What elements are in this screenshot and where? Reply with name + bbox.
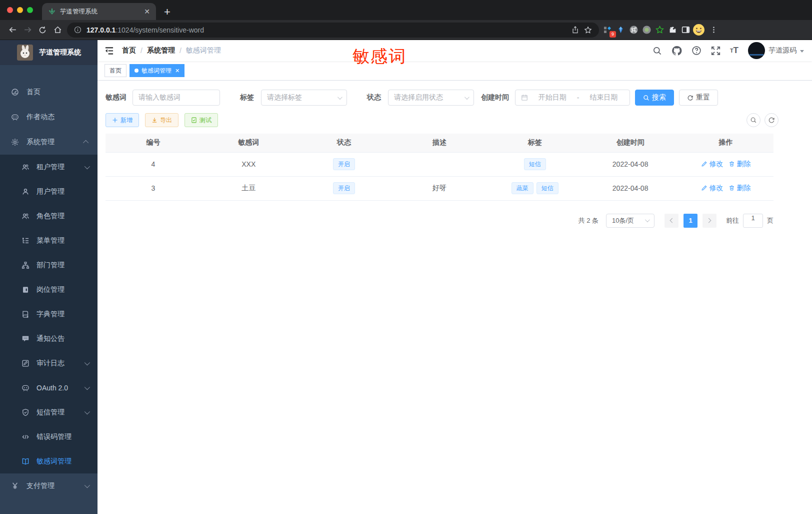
back-icon[interactable] [5,23,20,38]
cell-status: 开启 [296,176,392,200]
sidebar-item-error-code[interactable]: 错误码管理 [0,424,98,449]
collapse-sidebar-icon[interactable] [104,47,114,55]
extension-command-icon[interactable] [627,23,640,37]
sidebar-item-role[interactable]: 角色管理 [0,204,98,228]
profile-avatar-emoji-icon[interactable] [692,23,705,37]
address-bar[interactable]: 127.0.0.1:1024/system/sensitive-word [67,23,599,38]
sidebar-item-label: 系统管理 [26,138,84,147]
toggle-search-button[interactable] [746,113,760,127]
sidebar-item-dept[interactable]: 部门管理 [0,253,98,277]
date-range-input[interactable]: 开始日期 - 结束日期 [515,90,630,106]
next-page-button[interactable] [702,214,716,228]
tree-icon [21,237,30,245]
browser-tab[interactable]: 芋道管理系统 ✕ [42,3,156,20]
tag-view-item[interactable]: 首页 [104,64,126,77]
sidebar-item-sms[interactable]: 短信管理 [0,400,98,424]
breadcrumb-item[interactable]: 系统管理 [147,46,175,55]
header-search-icon[interactable] [652,46,662,56]
sidebar-item-user[interactable]: 用户管理 [0,179,98,204]
sidebar-item-tenant[interactable]: 租户管理 [0,155,98,179]
sidebar-item-label: 首页 [26,88,88,97]
browser-menu-icon[interactable] [706,23,721,38]
edit-link[interactable]: 修改 [701,184,724,193]
tag-close-icon[interactable]: ✕ [175,68,180,74]
site-info-icon[interactable] [74,26,82,34]
share-icon[interactable] [572,26,579,34]
document-check-icon [191,117,197,123]
bookmark-star-icon[interactable] [584,26,592,34]
sidebar-item-label: 短信管理 [36,408,84,417]
zoom-window-button[interactable] [27,7,33,13]
search-button[interactable]: 搜索 [635,90,674,106]
close-window-button[interactable] [7,7,13,13]
sidebar-item-menu[interactable]: 菜单管理 [0,228,98,253]
add-button[interactable]: 新增 [106,113,139,127]
sidebar-item-oauth2[interactable]: OAuth 2.0 [0,375,98,400]
sidebar-item-dict[interactable]: 字典管理 [0,302,98,326]
chevron-down-icon [84,408,90,414]
column-header: 描述 [392,134,488,152]
prev-page-button[interactable] [664,214,678,228]
book-icon [21,457,30,465]
delete-link[interactable]: 删除 [728,184,751,193]
fullscreen-icon[interactable] [711,46,720,56]
table-toolbar: 新增 导出 测试 [106,113,774,127]
chevron-down-icon [338,95,342,100]
test-button[interactable]: 测试 [184,113,218,127]
sidebar-item-system[interactable]: 系统管理 [0,130,98,155]
extension-monkey-icon[interactable]: 9 [601,23,614,37]
user-avatar [748,42,765,59]
extension-record-icon[interactable] [640,23,653,37]
status-select[interactable]: 请选择启用状态 [388,90,474,106]
help-icon[interactable] [692,46,702,56]
sidebar-item-author-news[interactable]: 作者动态 [0,105,98,130]
table-row: 4 XXX 开启 短信 2022-04-08 修改 删除 [106,152,774,176]
extension-star-icon[interactable] [653,23,666,37]
breadcrumb-separator: / [180,47,182,55]
minimize-window-button[interactable] [17,7,23,13]
tag-view-item[interactable]: 敏感词管理 ✕ [130,64,184,77]
sidebar-item-label: 通知公告 [36,334,88,343]
goto-page-input[interactable]: 1 [743,214,763,228]
forward-icon[interactable] [20,23,35,38]
new-tab-button[interactable]: + [164,7,170,18]
user-menu[interactable]: 芋道源码 [748,42,804,59]
reset-button[interactable]: 重置 [679,90,718,106]
breadcrumb-item[interactable]: 首页 [122,46,136,55]
notice-icon [21,335,30,343]
sidebar-item-notice[interactable]: 通知公告 [0,326,98,351]
sidebar-item-post[interactable]: 岗位管理 [0,277,98,302]
sidebar-item-sensitive-word[interactable]: 敏感词管理 [0,449,98,473]
tab-close-icon[interactable]: ✕ [143,8,151,16]
plus-icon [112,117,118,123]
sidebar-item-pay[interactable]: 支付管理 [0,473,98,498]
sidebar-item-home[interactable]: 首页 [0,80,98,105]
edit-link[interactable]: 修改 [701,160,724,169]
pencil-icon [701,185,708,191]
keyword-input[interactable]: 请输入敏感词 [132,90,220,106]
app-logo[interactable]: 芋道管理系统 [0,40,98,65]
tag-select[interactable]: 请选择标签 [261,90,347,106]
sidebar-item-label: 作者动态 [26,113,88,122]
side-panel-icon[interactable] [679,23,692,37]
font-size-icon[interactable]: TT [730,46,738,56]
sidebar-item-label: 敏感词管理 [36,457,88,466]
reload-icon[interactable] [35,23,50,38]
extensions-puzzle-icon[interactable] [666,23,679,37]
page-size-select[interactable]: 10条/页 [606,214,654,228]
extension-gem-icon[interactable] [614,23,627,37]
refresh-table-button[interactable] [764,113,778,127]
export-button[interactable]: 导出 [145,113,178,127]
tag-badge: 蔬菜 [512,182,534,194]
sidebar-item-label: 错误码管理 [36,432,88,441]
cell-created-at: 2022-04-08 [582,152,678,176]
sidebar-item-audit-log[interactable]: 审计日志 [0,351,98,375]
cell-status: 开启 [296,152,392,176]
tag-label: 标签 [240,93,254,102]
sidebar-item-label: 菜单管理 [36,236,88,245]
home-icon[interactable] [50,23,65,38]
shield-icon [21,408,30,416]
github-icon[interactable] [672,46,682,56]
page-number-button[interactable]: 1 [684,214,698,228]
delete-link[interactable]: 删除 [728,160,751,169]
